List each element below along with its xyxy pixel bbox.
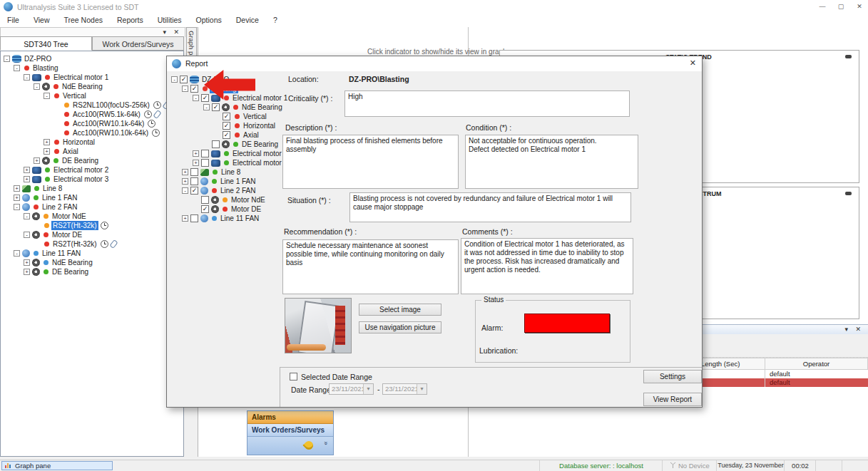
tree-item-label[interactable]: Line 8	[41, 184, 63, 193]
node-checkbox-checked[interactable]: ✓	[212, 103, 220, 111]
comments-field[interactable]: Condition of Electrical motor 1 has dete…	[461, 238, 633, 294]
expand-node-icon[interactable]: +	[44, 139, 50, 145]
tab-sdt340-tree[interactable]: SDT340 Tree	[0, 36, 92, 51]
node-checkbox-checked[interactable]: ✓	[223, 113, 230, 120]
tree-item-label[interactable]: Line 2 FAN	[41, 202, 78, 212]
graph-pane-taskbar-item[interactable]: Graph pane	[1, 461, 113, 470]
tree-item-label[interactable]: Electrical motor 1	[52, 73, 110, 82]
expand-node-icon[interactable]: +	[14, 185, 20, 192]
tree-item-label[interactable]: Electrical motor 1	[231, 93, 289, 103]
tree-item[interactable]: -✓Line 2 FAN	[171, 186, 280, 195]
tree-item[interactable]: +Line 1 FAN	[171, 177, 280, 186]
collapse-node-icon[interactable]: -	[14, 204, 20, 210]
menu-item-view[interactable]: View	[26, 14, 57, 26]
expand-node-icon[interactable]: +	[182, 169, 188, 175]
tree-item[interactable]: -DZ-PRO	[1, 54, 183, 63]
collapse-node-icon[interactable]: -	[182, 86, 188, 92]
node-checkbox-unchecked[interactable]	[201, 150, 209, 157]
tree-item[interactable]: ✓Axial	[171, 130, 280, 140]
collapse-node-icon[interactable]: -	[4, 56, 10, 62]
tree-item-label[interactable]: Horizontal	[242, 121, 277, 130]
tree-item-label[interactable]: Acc100(RW5.1k-64k)	[71, 110, 142, 119]
tree-item[interactable]: +Line 1 FAN	[1, 193, 183, 202]
tree-item-label[interactable]: Electrical motor 2	[231, 149, 289, 158]
condition-field[interactable]: Not acceptable for continuous operation.…	[465, 135, 638, 189]
situation-field[interactable]: Blasting process is not covered by redun…	[349, 192, 631, 222]
expand-node-icon[interactable]: +	[193, 150, 199, 157]
tree-item[interactable]: -Blasting	[1, 63, 183, 73]
tree-item-label[interactable]: DZ-PRO	[23, 54, 53, 63]
expand-node-icon[interactable]: +	[24, 167, 30, 173]
tree-item[interactable]: RS2NL100(focUS-256k)	[1, 100, 183, 110]
tree-item[interactable]: +DE Bearing	[1, 156, 183, 165]
tree-item[interactable]: Acc100(RW10.1k-64k)	[1, 119, 183, 128]
tree-item-label[interactable]: DE Bearing	[240, 140, 280, 149]
node-checkbox-unchecked[interactable]	[190, 168, 198, 176]
maximize-icon[interactable]: ▢	[833, 1, 849, 12]
tree-item-label[interactable]: NdE Bearing	[240, 103, 284, 112]
chevron-down-icon[interactable]: ▾	[844, 326, 848, 333]
tree-item[interactable]: Acc100(RW10.10k-64k)	[1, 128, 183, 138]
node-checkbox-unchecked[interactable]	[190, 214, 198, 222]
tree-item-label[interactable]: Motor DE	[230, 205, 262, 214]
tree-item-label[interactable]: Vertical	[61, 91, 88, 100]
tab-work-orders-surveys[interactable]: Work Orders/Surveys	[92, 36, 184, 51]
tree-item[interactable]: +Electrical motor 3	[171, 158, 280, 167]
tree-item-label[interactable]: Motor DE	[51, 230, 83, 239]
collapse-node-icon[interactable]: -	[24, 232, 30, 238]
tree-item[interactable]: +DE Bearing	[1, 267, 183, 276]
table-row[interactable]: default	[765, 370, 868, 378]
tree-item-label[interactable]: Acc100(RW10.1k-64k)	[71, 119, 145, 128]
node-checkbox-unchecked[interactable]	[212, 140, 220, 148]
tree-item[interactable]: -✓Electrical motor 1	[171, 93, 280, 103]
tree-item-label[interactable]: Electrical motor 2	[52, 165, 110, 175]
tree-item-label[interactable]: Electrical motor 3	[231, 158, 289, 167]
tree-item-label[interactable]: Axial	[242, 130, 260, 140]
tree-item-label[interactable]: Vertical	[242, 112, 268, 121]
tree-item[interactable]: -Electrical motor 1	[1, 73, 183, 82]
node-checkbox-checked[interactable]: ✓	[190, 85, 198, 93]
tree-item[interactable]: -NdE Bearing	[1, 82, 183, 91]
tree-item-label[interactable]: Motor NdE	[230, 195, 267, 205]
node-checkbox-checked[interactable]: ✓	[223, 131, 230, 139]
tree-item-label[interactable]: NdE Bearing	[61, 82, 104, 91]
tree-item-label[interactable]: Horizontal	[61, 138, 96, 147]
tree-item[interactable]: -Vertical	[1, 91, 183, 100]
tree-item[interactable]: -Motor DE	[1, 230, 183, 239]
tree-item-label[interactable]: Axial	[61, 147, 80, 156]
nav-config-icon[interactable]	[303, 440, 315, 452]
expand-node-icon[interactable]: +	[193, 160, 199, 166]
tree-item[interactable]: +Line 11 FAN	[171, 214, 280, 223]
use-navigation-picture-button[interactable]: Use navigation picture	[359, 321, 441, 333]
tree-item-label[interactable]: Motor NdE	[51, 212, 88, 221]
expand-node-icon[interactable]: +	[44, 148, 50, 155]
minimize-icon[interactable]: —	[815, 1, 830, 12]
menu-item-utilities[interactable]: Utilities	[150, 14, 189, 26]
tree-item-label[interactable]: Line 11 FAN	[219, 214, 260, 223]
close-panel-icon[interactable]: ✕	[855, 326, 861, 333]
menu-item--[interactable]: ?	[266, 14, 285, 26]
tree-item[interactable]: +Electrical motor 2	[171, 149, 280, 158]
settings-button[interactable]: Settings	[643, 370, 702, 383]
tree-item[interactable]: +Line 8	[1, 184, 183, 193]
date-to-picker[interactable]: 23/11/2021▾	[382, 383, 427, 395]
menu-item-tree-nodes[interactable]: Tree Nodes	[57, 14, 110, 26]
tree-item-label[interactable]: Line 11 FAN	[41, 249, 82, 258]
expand-node-icon[interactable]: +	[24, 176, 30, 182]
node-checkbox-checked[interactable]: ✓	[201, 94, 209, 102]
tree-item-label[interactable]: RS2T(Ht-32k)	[51, 239, 98, 249]
tree-item-label[interactable]: RS2T(Ht-32k)	[51, 221, 98, 230]
tree-item[interactable]: RS2T(Ht-32k)	[1, 221, 183, 230]
tree-item[interactable]: DE Bearing	[171, 140, 280, 149]
collapse-node-icon[interactable]: -	[203, 104, 210, 110]
tree-item[interactable]: ✓Horizontal	[171, 121, 280, 130]
criticality-field[interactable]: High	[344, 90, 630, 117]
menu-item-file[interactable]: File	[0, 14, 26, 26]
view-report-button[interactable]: View Report	[643, 393, 702, 406]
expand-node-icon[interactable]: +	[24, 269, 30, 275]
collapse-node-icon[interactable]: -	[24, 74, 30, 81]
tree-item[interactable]: +Electrical motor 2	[1, 165, 183, 175]
chevron-down-icon[interactable]: ▾	[363, 384, 373, 394]
collapse-node-icon[interactable]: -	[182, 187, 188, 194]
nav-work-orders-button[interactable]: Work Orders/Surveys	[247, 424, 333, 437]
